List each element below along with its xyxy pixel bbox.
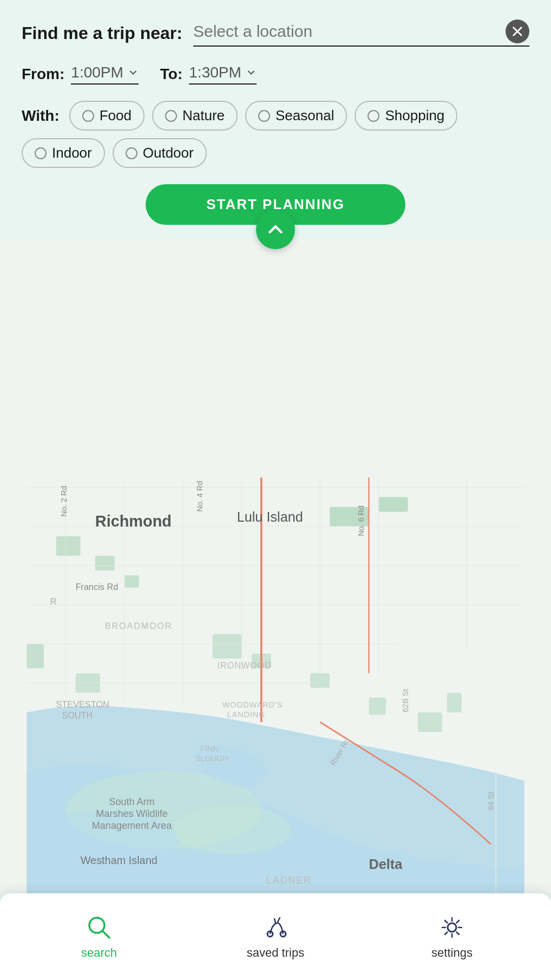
radio-outdoor xyxy=(126,147,137,159)
svg-rect-7 xyxy=(379,497,408,512)
svg-text:South Arm: South Arm xyxy=(109,796,154,807)
svg-text:62B St: 62B St xyxy=(401,689,410,712)
settings-icon xyxy=(438,913,466,942)
chip-shopping-label: Shopping xyxy=(385,107,444,124)
nav-item-saved-trips[interactable]: saved trips xyxy=(187,913,364,960)
location-input[interactable] xyxy=(193,22,500,41)
svg-text:Marshes Wildlife: Marshes Wildlife xyxy=(96,808,167,819)
svg-text:STEVESTON: STEVESTON xyxy=(56,699,109,709)
from-label: From: xyxy=(22,66,64,83)
chip-nature-label: Nature xyxy=(182,107,225,124)
svg-rect-12 xyxy=(213,634,242,658)
chip-outdoor[interactable]: Outdoor xyxy=(113,138,207,168)
bottom-nav: search saved trips settings xyxy=(0,893,551,980)
svg-text:No. 2 Rd: No. 2 Rd xyxy=(60,486,68,517)
svg-text:WOODWARD'S: WOODWARD'S xyxy=(222,700,283,709)
close-location-button[interactable] xyxy=(506,20,529,43)
from-group: From: 1:00PM xyxy=(22,64,139,85)
map-container[interactable]: No. 2 Rd No. 4 Rd No. 6 Rd R Richmond Lu… xyxy=(0,233,551,893)
chip-seasonal[interactable]: Seasonal xyxy=(245,101,347,131)
top-panel: Find me a trip near: From: 1:00PM To: xyxy=(0,0,551,240)
svg-text:No. 4 Rd: No. 4 Rd xyxy=(195,481,204,512)
svg-rect-9 xyxy=(95,556,115,570)
find-label: Find me a trip near: xyxy=(22,23,182,43)
chip-seasonal-label: Seasonal xyxy=(276,107,334,124)
chip-shopping[interactable]: Shopping xyxy=(355,101,457,131)
svg-text:No. 6 Rd: No. 6 Rd xyxy=(357,505,365,536)
to-value: 1:30PM xyxy=(189,64,241,81)
radio-shopping xyxy=(368,110,379,122)
svg-line-60 xyxy=(102,931,109,938)
svg-text:SOUTH: SOUTH xyxy=(62,710,93,720)
svg-text:64 St: 64 St xyxy=(487,792,495,810)
location-input-wrapper[interactable] xyxy=(193,20,529,47)
svg-text:LANDING: LANDING xyxy=(227,710,266,719)
with-row: With: Food Nature Seasonal Shopping Indo… xyxy=(22,101,529,168)
with-label: With: xyxy=(22,107,60,125)
to-group: To: 1:30PM xyxy=(160,64,257,85)
svg-text:Lulu Island: Lulu Island xyxy=(237,509,303,524)
from-chevron-icon xyxy=(128,67,139,78)
chip-food[interactable]: Food xyxy=(69,101,145,131)
svg-rect-11 xyxy=(27,644,44,668)
svg-rect-16 xyxy=(369,698,386,715)
chevron-up-icon xyxy=(266,220,285,239)
from-value: 1:00PM xyxy=(71,64,123,81)
radio-food xyxy=(82,110,94,122)
chip-nature[interactable]: Nature xyxy=(152,101,238,131)
find-row: Find me a trip near: xyxy=(22,20,529,47)
svg-rect-17 xyxy=(418,712,442,732)
collapse-panel-button[interactable] xyxy=(256,210,295,249)
svg-rect-8 xyxy=(56,536,81,556)
svg-rect-10 xyxy=(124,575,139,588)
svg-rect-15 xyxy=(310,673,330,688)
svg-text:LADNER: LADNER xyxy=(266,875,312,886)
nav-item-settings[interactable]: settings xyxy=(364,913,540,960)
chip-indoor[interactable]: Indoor xyxy=(22,138,105,168)
svg-text:Francis Rd: Francis Rd xyxy=(76,582,119,592)
chip-indoor-label: Indoor xyxy=(52,145,92,161)
time-row: From: 1:00PM To: 1:30PM xyxy=(22,64,529,85)
svg-rect-18 xyxy=(447,693,462,712)
chip-food-label: Food xyxy=(100,107,132,124)
search-icon xyxy=(85,913,113,942)
svg-text:SLOUGH: SLOUGH xyxy=(195,754,228,763)
to-label: To: xyxy=(160,66,182,83)
nav-item-search[interactable]: search xyxy=(11,913,187,960)
to-select[interactable]: 1:30PM xyxy=(189,64,257,85)
saved-trips-icon xyxy=(261,913,290,942)
svg-text:R: R xyxy=(50,596,57,606)
radio-indoor xyxy=(35,147,47,159)
nav-label-search: search xyxy=(81,946,117,960)
nav-label-settings: settings xyxy=(431,946,473,960)
svg-point-5 xyxy=(173,805,291,854)
radio-nature xyxy=(165,110,177,122)
svg-point-63 xyxy=(448,923,456,932)
radio-seasonal xyxy=(258,110,270,122)
svg-text:FINN: FINN xyxy=(200,744,219,753)
to-chevron-icon xyxy=(246,67,257,78)
from-select[interactable]: 1:00PM xyxy=(71,64,139,85)
nav-label-saved-trips: saved trips xyxy=(247,946,304,960)
svg-text:Richmond: Richmond xyxy=(95,512,172,530)
svg-text:Management Area: Management Area xyxy=(92,820,172,831)
svg-text:BROADMOOR: BROADMOOR xyxy=(105,621,173,631)
chip-outdoor-label: Outdoor xyxy=(143,145,194,161)
svg-text:IRONWOOD: IRONWOOD xyxy=(218,660,272,670)
svg-text:Westham Island: Westham Island xyxy=(81,854,158,866)
map-svg: No. 2 Rd No. 4 Rd No. 6 Rd R Richmond Lu… xyxy=(0,233,551,893)
svg-text:Delta: Delta xyxy=(369,856,403,872)
